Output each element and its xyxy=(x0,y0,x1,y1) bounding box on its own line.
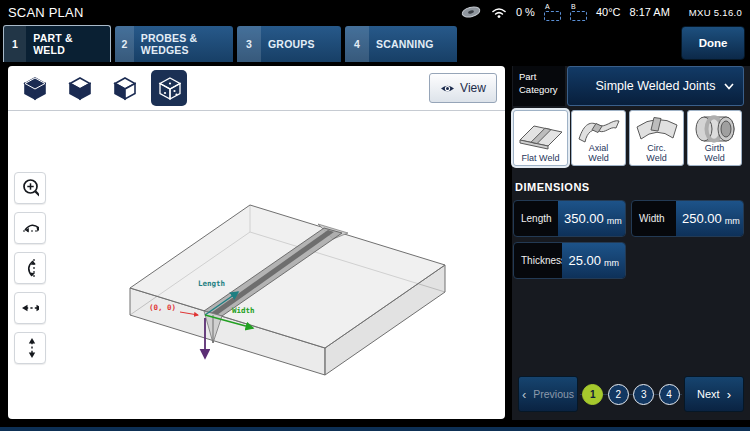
flat-weld-icon xyxy=(517,119,565,153)
dimensions-header: DIMENSIONS xyxy=(515,181,744,193)
next-button[interactable]: Next › xyxy=(684,376,744,412)
pan-horizontal-tool-button[interactable] xyxy=(14,292,46,324)
part-category-value: Simple Welded Joints xyxy=(596,79,716,93)
viewer-tool-column xyxy=(14,172,46,364)
storage-disc-icon xyxy=(460,5,482,19)
previous-button-label: Previous xyxy=(533,388,574,400)
wifi-icon xyxy=(491,6,507,19)
battery-a-label: A xyxy=(545,3,550,10)
main-area: View xyxy=(0,62,750,431)
tab-part-weld-label: PART & WELD xyxy=(26,32,110,56)
length-field[interactable]: Length 350.00 mm xyxy=(513,200,626,237)
weld-type-girth-label: Girth Weld xyxy=(694,143,735,163)
circ-weld-icon xyxy=(633,112,681,143)
firmware-version: MXU 5.16.0 xyxy=(689,7,742,18)
scan-plan-screen: SCAN PLAN 0 % A B 40°C 8:17 AM MXU 5 xyxy=(0,0,750,431)
move-vertical-icon xyxy=(21,337,39,359)
wizard-pagination: ‹ Previous 1 2 3 4 Next › xyxy=(518,376,744,412)
page-dot-3[interactable]: 3 xyxy=(633,384,654,405)
tab-scanning-label: SCANNING xyxy=(369,38,442,50)
rotate-horizontal-icon xyxy=(21,217,39,239)
previous-button[interactable]: ‹ Previous xyxy=(518,376,578,412)
tab-groups-number: 3 xyxy=(237,26,261,62)
weld-type-axial-label: Axial Weld xyxy=(578,143,619,163)
done-button[interactable]: Done xyxy=(681,26,745,60)
chevron-down-icon xyxy=(724,83,734,90)
dimension-row-2: Thickness 25.00 mm xyxy=(513,242,744,279)
pan-vertical-tool-button[interactable] xyxy=(14,332,46,364)
page-dot-4[interactable]: 4 xyxy=(659,384,680,405)
zoom-in-icon xyxy=(21,177,39,199)
width-field-unit: mm xyxy=(725,216,740,226)
viewer-panel: View xyxy=(8,66,505,419)
battery-a-icon xyxy=(544,11,561,21)
width-field[interactable]: Width 250.00 mm xyxy=(631,200,744,237)
next-button-label: Next xyxy=(697,388,720,400)
axial-weld-icon xyxy=(575,112,623,143)
page-title: SCAN PLAN xyxy=(8,5,84,20)
part-3d-model xyxy=(130,205,445,375)
page-indicator-group: 1 2 3 4 xyxy=(578,376,684,412)
scan-plan-3d-viewport[interactable]: Length Width (0, 0) xyxy=(8,66,505,419)
width-axis-label: Width xyxy=(232,306,255,315)
tab-scanning[interactable]: 4 SCANNING xyxy=(345,26,457,62)
battery-b-icon xyxy=(570,11,587,21)
thickness-field[interactable]: Thickness 25.00 mm xyxy=(513,242,626,279)
battery-b-label: B xyxy=(571,3,576,10)
battery-a-indicator: A xyxy=(544,3,561,21)
part-settings-panel: Part Category Simple Welded Joints Flat … xyxy=(512,66,750,420)
thickness-field-value: 25.00 xyxy=(568,253,601,268)
weld-type-axial-button[interactable]: Axial Weld xyxy=(571,110,626,166)
titlebar: SCAN PLAN 0 % A B 40°C 8:17 AM MXU 5 xyxy=(0,0,750,24)
part-category-dropdown[interactable]: Simple Welded Joints xyxy=(567,66,744,106)
length-field-unit: mm xyxy=(607,216,622,226)
tabbar: 1 PART & WELD 2 PROBES & WEDGES 3 GROUPS… xyxy=(0,24,750,62)
rotate-vertical-icon xyxy=(21,257,39,279)
page-dot-1[interactable]: 1 xyxy=(582,384,603,405)
tab-part-weld[interactable]: 1 PART & WELD xyxy=(3,25,111,62)
origin-label: (0, 0) xyxy=(149,303,176,312)
tab-groups[interactable]: 3 GROUPS xyxy=(237,26,341,62)
width-field-value: 250.00 xyxy=(682,211,722,226)
tab-scanning-number: 4 xyxy=(345,26,369,62)
weld-type-girth-button[interactable]: Girth Weld xyxy=(687,110,742,166)
weld-type-row: Flat Weld Axial Weld Circ. Weld xyxy=(513,110,744,166)
status-cluster: 0 % A B 40°C 8:17 AM MXU 5.16.0 xyxy=(460,3,742,21)
tab-probes-wedges-number: 2 xyxy=(115,26,134,62)
rotate-pitch-tool-button[interactable] xyxy=(14,212,46,244)
dimension-row-1: Length 350.00 mm Width 250.00 mm xyxy=(513,200,744,237)
weld-type-flat-button[interactable]: Flat Weld xyxy=(513,110,568,166)
part-category-label: Part Category xyxy=(513,66,565,106)
rotate-yaw-tool-button[interactable] xyxy=(14,252,46,284)
weld-type-circ-button[interactable]: Circ. Weld xyxy=(629,110,684,166)
girth-weld-icon xyxy=(691,112,739,143)
battery-b-indicator: B xyxy=(570,3,587,21)
battery-percent: 0 % xyxy=(516,6,535,18)
chevron-right-icon: › xyxy=(727,387,731,402)
length-field-value: 350.00 xyxy=(564,211,604,226)
chevron-left-icon: ‹ xyxy=(522,387,526,402)
weld-type-flat-label: Flat Weld xyxy=(522,153,560,163)
tab-part-weld-number: 1 xyxy=(4,26,26,62)
length-axis-label: Length xyxy=(198,279,225,288)
bottom-accent-strip xyxy=(0,427,750,431)
tab-groups-label: GROUPS xyxy=(261,38,323,50)
length-field-label: Length xyxy=(514,201,558,236)
tab-probes-wedges-label: PROBES & WEDGES xyxy=(134,32,233,56)
temperature-readout: 40°C xyxy=(596,6,621,18)
part-category-row: Part Category Simple Welded Joints xyxy=(513,66,744,106)
move-horizontal-icon xyxy=(21,297,39,319)
clock: 8:17 AM xyxy=(629,6,669,18)
thickness-field-label: Thickness xyxy=(514,243,562,278)
thickness-field-unit: mm xyxy=(604,258,619,268)
tab-probes-wedges[interactable]: 2 PROBES & WEDGES xyxy=(115,26,233,62)
page-dot-2[interactable]: 2 xyxy=(608,384,629,405)
width-field-label: Width xyxy=(632,201,676,236)
zoom-tool-button[interactable] xyxy=(14,172,46,204)
weld-type-circ-label: Circ. Weld xyxy=(636,143,677,163)
